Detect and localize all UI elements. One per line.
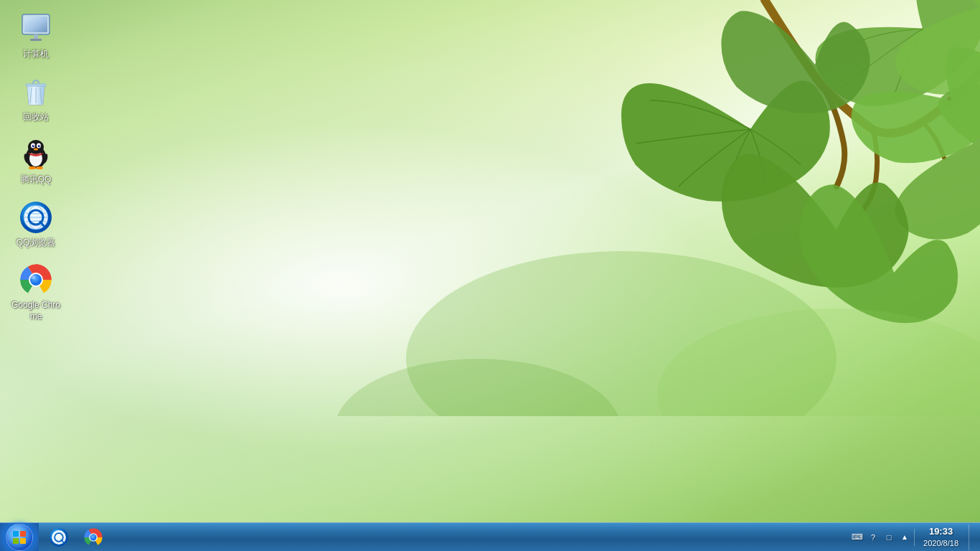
keyboard-label: ⌨ xyxy=(852,532,863,542)
clock-date: 2020/8/18 xyxy=(923,538,958,548)
qqbrowser-icon-image xyxy=(19,200,53,235)
chrome-icon-image xyxy=(19,263,53,297)
desktop-icons: 计算机 xyxy=(7,7,65,327)
taskbar: ⌨ ? □ ▲ 19:33 2020/8/18 xyxy=(0,522,980,551)
svg-rect-37 xyxy=(13,531,19,537)
taskbar-qqbrowser-icon xyxy=(49,527,69,547)
recycle-icon[interactable]: 回收站 xyxy=(7,70,65,128)
svg-rect-6 xyxy=(34,34,38,39)
chevron-up-icon: ▲ xyxy=(901,533,908,541)
svg-point-36 xyxy=(31,275,35,279)
chrome-icon[interactable]: Google Chrome xyxy=(7,258,65,326)
computer-icon[interactable]: 计算机 xyxy=(7,7,65,65)
show-desktop-button[interactable] xyxy=(969,524,974,550)
svg-rect-39 xyxy=(13,538,19,544)
svg-point-20 xyxy=(39,145,40,146)
windows-logo-icon xyxy=(11,529,27,545)
svg-point-23 xyxy=(36,166,43,169)
keyboard-tray-icon[interactable]: ⌨ xyxy=(851,531,864,544)
qq-icon-label: 腾讯QQ xyxy=(21,174,52,186)
taskbar-chrome[interactable] xyxy=(77,524,109,550)
svg-rect-40 xyxy=(20,538,26,544)
display-tray-icon[interactable]: □ xyxy=(882,531,895,544)
svg-point-14 xyxy=(28,140,44,154)
tray-separator xyxy=(914,529,915,546)
taskbar-qqbrowser[interactable] xyxy=(43,524,75,550)
clock-area[interactable]: 19:33 2020/8/18 xyxy=(918,524,964,550)
qqbrowser-icon[interactable]: QQ浏览器 xyxy=(7,196,65,253)
tray-expand[interactable]: ▲ xyxy=(898,531,911,544)
taskbar-right: ⌨ ? □ ▲ 19:33 2020/8/18 xyxy=(845,523,980,551)
start-button[interactable] xyxy=(0,523,39,552)
svg-point-22 xyxy=(29,166,36,169)
desktop: 计算机 xyxy=(0,0,980,522)
chrome-icon-label: Google Chrome xyxy=(10,300,62,322)
svg-rect-11 xyxy=(26,84,46,86)
taskbar-apps xyxy=(39,523,113,551)
computer-icon-image xyxy=(19,11,53,46)
help-tray-icon[interactable]: ? xyxy=(867,531,880,544)
recycle-icon-image xyxy=(19,75,53,109)
qqbrowser-icon-label: QQ浏览器 xyxy=(17,237,56,249)
display-label: □ xyxy=(887,533,892,542)
svg-rect-7 xyxy=(30,39,42,41)
taskbar-chrome-icon xyxy=(83,527,103,547)
svg-rect-38 xyxy=(20,531,26,537)
system-tray: ⌨ ? □ ▲ xyxy=(851,531,911,544)
svg-point-21 xyxy=(34,149,38,151)
svg-rect-5 xyxy=(24,17,47,32)
qq-icon-image xyxy=(19,137,53,171)
svg-point-19 xyxy=(33,145,34,146)
help-label: ? xyxy=(871,533,875,542)
computer-icon-label: 计算机 xyxy=(23,49,49,60)
recycle-icon-label: 回收站 xyxy=(23,112,49,123)
svg-point-47 xyxy=(90,534,96,540)
wallpaper-leaves xyxy=(334,0,980,416)
qq-icon[interactable]: 腾讯QQ xyxy=(7,133,65,190)
start-orb xyxy=(6,524,33,551)
clock-time: 19:33 xyxy=(929,526,953,538)
